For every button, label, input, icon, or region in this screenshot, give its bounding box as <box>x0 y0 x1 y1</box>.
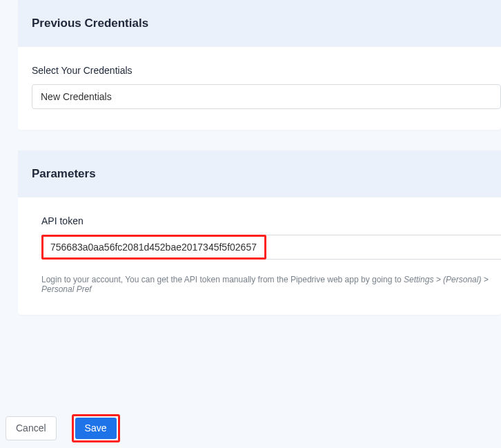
previous-credentials-title: Previous Credentials <box>32 17 487 30</box>
select-credentials-value: New Credentials <box>41 91 112 102</box>
cancel-button[interactable]: Cancel <box>6 416 57 440</box>
api-token-field: API token 756683a0aa56fc2081d452bae20173… <box>41 215 501 294</box>
api-token-value: 756683a0aa56fc2081d452bae2017345f5f02657 <box>50 242 257 253</box>
parameters-panel: Parameters API token 756683a0aa56fc2081d… <box>18 150 501 315</box>
panel-header: Parameters <box>18 150 501 197</box>
api-token-hint: Login to your account, You can get the A… <box>41 275 501 294</box>
api-token-input-remainder[interactable] <box>266 235 501 260</box>
select-credentials-field: Select Your Credentials New Credentials <box>32 65 501 109</box>
api-token-input-line: 756683a0aa56fc2081d452bae2017345f5f02657 <box>41 235 501 260</box>
api-token-label: API token <box>41 215 501 226</box>
panel-body: Select Your Credentials New Credentials <box>18 47 501 130</box>
panel-header: Previous Credentials <box>18 0 501 47</box>
footer-actions: Cancel Save <box>6 414 120 442</box>
select-credentials-dropdown[interactable]: New Credentials <box>32 84 501 109</box>
previous-credentials-panel: Previous Credentials Select Your Credent… <box>18 0 501 130</box>
api-token-input[interactable]: 756683a0aa56fc2081d452bae2017345f5f02657 <box>41 235 266 260</box>
parameters-title: Parameters <box>32 167 487 181</box>
select-credentials-label: Select Your Credentials <box>32 65 501 76</box>
save-button[interactable]: Save <box>75 418 117 439</box>
select-credentials-wrap: New Credentials <box>32 84 501 109</box>
panel-body: API token 756683a0aa56fc2081d452bae20173… <box>18 197 501 315</box>
api-token-hint-text: Login to your account, You can get the A… <box>41 275 404 284</box>
save-button-highlight: Save <box>72 414 120 442</box>
